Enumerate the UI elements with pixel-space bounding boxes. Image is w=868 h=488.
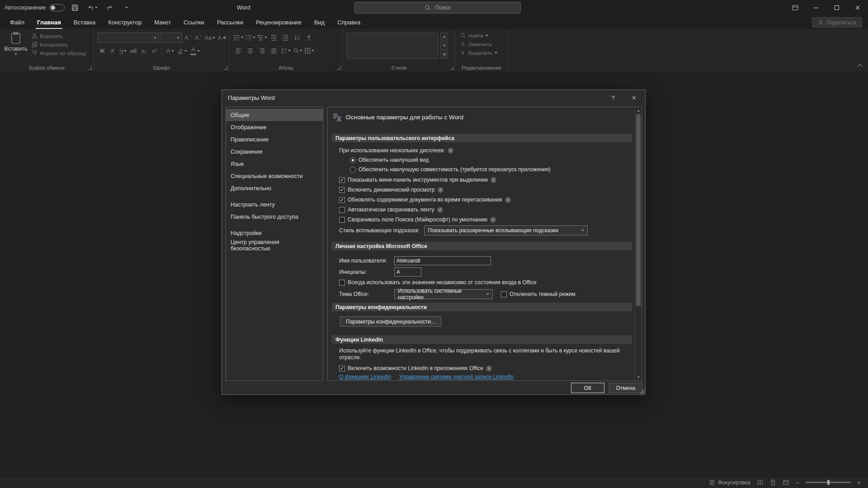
tab-file[interactable]: Файл bbox=[4, 15, 31, 29]
checkbox-update-drag[interactable]: Обновлять содержимое документа во время … bbox=[339, 196, 632, 203]
scroll-down-button[interactable] bbox=[635, 374, 642, 380]
line-spacing-button[interactable] bbox=[280, 46, 291, 56]
checkbox-live-preview[interactable]: Включить динамический просмотр i bbox=[339, 186, 632, 193]
checkbox-icon[interactable] bbox=[339, 207, 345, 213]
search-box[interactable]: Поиск bbox=[354, 2, 521, 14]
sort-button[interactable] bbox=[292, 33, 302, 42]
nav-item-addins[interactable]: Надстройки bbox=[226, 227, 323, 239]
tab-home[interactable]: Главная bbox=[31, 15, 67, 29]
undo-button[interactable] bbox=[85, 1, 99, 14]
collapse-ribbon-icon[interactable] bbox=[857, 64, 862, 69]
checkbox-icon[interactable] bbox=[339, 280, 345, 286]
bold-button[interactable]: Ж bbox=[98, 46, 107, 56]
tooltip-style-dropdown[interactable]: Показывать расширенные всплывающие подск… bbox=[424, 225, 588, 235]
paste-button[interactable]: Вставить bbox=[3, 29, 29, 56]
increase-indent-button[interactable] bbox=[280, 33, 291, 42]
nav-item-trust-center[interactable]: Центр управления безопасностью bbox=[226, 239, 323, 251]
ribbon-display-options-button[interactable] bbox=[785, 0, 806, 15]
justify-button[interactable] bbox=[269, 46, 279, 56]
styles-gallery[interactable] bbox=[346, 33, 439, 59]
checkbox-icon[interactable] bbox=[339, 187, 345, 193]
zoom-out-button[interactable]: − bbox=[796, 479, 799, 486]
scrollbar[interactable] bbox=[635, 107, 642, 380]
replace-button[interactable]: Заменить bbox=[460, 41, 507, 47]
checkbox-collapse-search[interactable]: Сворачивать поле Поиска (Майкрософт) по … bbox=[339, 216, 632, 223]
close-button[interactable] bbox=[847, 0, 868, 15]
checkbox-enable-linkedin[interactable]: Включить возможности LinkedIn в приложен… bbox=[339, 365, 632, 372]
cancel-button[interactable]: Отмена bbox=[609, 383, 642, 393]
dialog-launcher-clipboard[interactable] bbox=[88, 66, 92, 70]
tab-design[interactable]: Конструктор bbox=[102, 15, 148, 29]
nav-item-advanced[interactable]: Дополнительно bbox=[226, 182, 323, 194]
dialog-titlebar[interactable]: Параметры Word ? bbox=[222, 90, 645, 105]
italic-button[interactable]: К bbox=[108, 46, 117, 56]
nav-item-language[interactable]: Язык bbox=[226, 158, 323, 170]
superscript-button[interactable]: x² bbox=[150, 46, 159, 56]
dialog-help-button[interactable]: ? bbox=[604, 90, 622, 105]
find-button[interactable]: Найти bbox=[460, 33, 507, 38]
zoom-slider-thumb[interactable] bbox=[827, 480, 830, 485]
strikethrough-button[interactable]: аб bbox=[129, 46, 138, 56]
shrink-font-button[interactable]: Аˇ bbox=[194, 33, 203, 43]
font-size-combobox[interactable] bbox=[160, 33, 182, 43]
zoom-slider[interactable] bbox=[806, 482, 851, 483]
tab-layout[interactable]: Макет bbox=[148, 15, 177, 29]
radio-best-appearance[interactable]: Обеспечить наилучший вид bbox=[350, 156, 632, 164]
font-name-combobox[interactable] bbox=[98, 33, 159, 43]
align-left-button[interactable] bbox=[233, 46, 244, 56]
print-layout-button[interactable] bbox=[770, 479, 776, 486]
checkbox-icon[interactable] bbox=[339, 366, 345, 371]
redo-button[interactable] bbox=[103, 1, 116, 14]
office-theme-dropdown[interactable]: Использовать системные настройки bbox=[394, 289, 493, 299]
bullets-button[interactable] bbox=[233, 33, 244, 42]
web-layout-button[interactable] bbox=[783, 479, 789, 486]
initials-input[interactable] bbox=[394, 267, 421, 277]
zoom-in-button[interactable]: + bbox=[857, 479, 861, 486]
cut-button[interactable]: Вырезать bbox=[32, 33, 86, 39]
decrease-indent-button[interactable] bbox=[269, 33, 279, 42]
show-hide-marks-button[interactable]: ¶ bbox=[304, 33, 314, 42]
radio-compatibility[interactable]: Обеспечить наилучшую совместимость (треб… bbox=[350, 166, 632, 173]
styles-scroll-up-button[interactable] bbox=[440, 33, 448, 41]
underline-button[interactable]: Ч bbox=[118, 46, 127, 56]
checkbox-collapse-ribbon[interactable]: Автоматически сворачивать ленту i bbox=[339, 206, 632, 213]
format-painter-button[interactable]: Формат по образцу bbox=[32, 50, 86, 56]
checkbox-icon[interactable] bbox=[339, 197, 345, 203]
align-right-button[interactable] bbox=[257, 46, 267, 56]
tab-help[interactable]: Справка bbox=[331, 15, 367, 29]
quick-access-options-button[interactable] bbox=[120, 1, 133, 14]
checkbox-icon[interactable] bbox=[339, 217, 345, 223]
radio-icon[interactable] bbox=[350, 157, 356, 163]
styles-scroll-down-button[interactable] bbox=[440, 42, 448, 50]
clear-formatting-button[interactable]: А bbox=[217, 33, 226, 43]
share-button[interactable]: Поделиться bbox=[812, 17, 862, 28]
tab-insert[interactable]: Вставка bbox=[67, 15, 102, 29]
highlight-button[interactable] bbox=[176, 46, 188, 56]
minimize-button[interactable] bbox=[806, 0, 826, 15]
font-color-button[interactable]: А bbox=[189, 46, 201, 56]
tab-review[interactable]: Рецензирование bbox=[250, 15, 307, 29]
nav-item-proofing[interactable]: Правописание bbox=[226, 133, 323, 145]
maximize-button[interactable] bbox=[826, 0, 847, 15]
nav-item-customize-ribbon[interactable]: Настроить ленту bbox=[226, 198, 323, 211]
subscript-button[interactable]: x₂ bbox=[139, 46, 148, 56]
link-about-linkedin[interactable]: О функциях LinkedIn bbox=[339, 374, 391, 380]
radio-icon[interactable] bbox=[350, 167, 356, 173]
select-button[interactable]: Выделить bbox=[460, 50, 507, 56]
tab-mailings[interactable]: Рассылки bbox=[211, 15, 250, 29]
ok-button[interactable]: ОК bbox=[571, 383, 604, 393]
read-mode-button[interactable] bbox=[757, 479, 764, 486]
text-effects-button[interactable]: А bbox=[165, 46, 175, 56]
styles-more-button[interactable] bbox=[440, 51, 448, 59]
privacy-settings-button[interactable]: Параметры конфиденциальности... bbox=[340, 316, 441, 327]
dialog-close-button[interactable] bbox=[625, 90, 642, 105]
borders-button[interactable] bbox=[304, 46, 314, 56]
tab-references[interactable]: Ссылки bbox=[177, 15, 211, 29]
checkbox-disable-dark-mode[interactable] bbox=[501, 291, 507, 297]
tab-view[interactable]: Вид bbox=[308, 15, 331, 29]
nav-item-general[interactable]: Общие bbox=[226, 109, 323, 121]
align-center-button[interactable] bbox=[245, 46, 255, 56]
change-case-button[interactable]: Аа bbox=[204, 33, 216, 43]
dialog-launcher-styles[interactable] bbox=[450, 66, 453, 70]
scrollbar-thumb[interactable] bbox=[636, 114, 641, 306]
